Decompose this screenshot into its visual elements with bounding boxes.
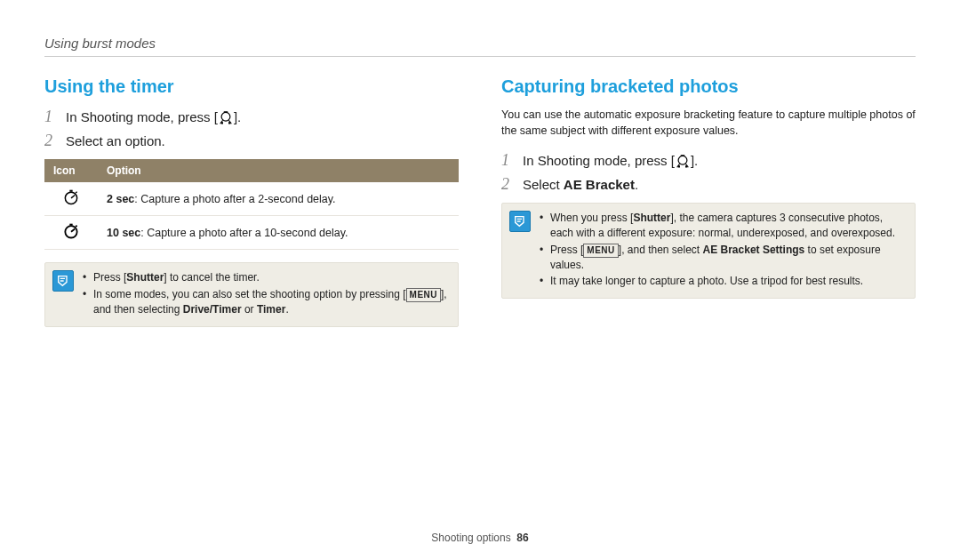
note-bullet: Press [MENU], and then select AE Bracket… [540,243,906,273]
step-text: In Shooting mode, press []. [523,153,698,169]
th-option: Option [98,159,459,182]
note-icon [52,270,74,292]
note-icon [509,211,531,232]
svg-line-11 [76,226,77,227]
th-icon: Icon [44,159,98,182]
page-footer: Shooting options 86 [0,532,960,544]
svg-rect-9 [69,224,72,226]
text-bold: AE Bracket [564,177,635,192]
svg-line-10 [71,229,75,232]
text-fragment: In Shooting mode, press [ [66,109,218,124]
option-2sec: 2 sec: Capture a photo after a 2-second … [98,182,459,216]
svg-rect-5 [69,190,72,192]
timer-10s-icon [44,216,98,250]
svg-rect-2 [221,122,223,124]
heading-using-timer: Using the timer [44,76,459,97]
svg-point-4 [65,192,76,204]
svg-point-0 [221,112,230,121]
note-content: When you press [Shutter], the camera cap… [540,211,906,291]
svg-rect-13 [681,155,685,156]
footer-section: Shooting options [431,532,510,544]
svg-line-6 [71,196,75,198]
svg-point-8 [65,226,76,237]
svg-rect-1 [224,111,228,113]
step-2: 2 Select AE Bracket. [501,175,916,194]
text-fragment: In Shooting mode, press [ [523,153,675,168]
step-text: In Shooting mode, press []. [66,109,241,125]
step-2: 2 Select an option. [44,132,459,150]
options-table: Icon Option 2 sec: Capture a photo after… [44,159,459,250]
table-header-row: Icon Option [44,159,459,182]
svg-point-12 [678,156,687,164]
note-box-timer: Press [Shutter] to cancel the timer. In … [44,262,459,327]
step-number: 1 [44,108,57,126]
note-bullet: It may take longer to capture a photo. U… [540,274,906,289]
text-fragment: ]. [234,109,241,124]
step-1: 1 In Shooting mode, press []. [501,151,916,170]
option-10sec: 10 sec: Capture a photo after a 10-secon… [98,216,459,250]
breadcrumb: Using burst modes [44,36,916,51]
page-number: 86 [516,532,528,544]
left-column: Using the timer 1 In Shooting mode, pres… [44,76,459,327]
text-fragment: ]. [691,153,698,168]
note-bullet: In some modes, you can also set the shoo… [83,287,449,317]
divider [44,56,916,57]
menu-icon: MENU [406,288,441,302]
svg-line-7 [76,192,77,193]
step-number: 2 [501,175,514,194]
timer-2s-icon [44,182,98,216]
note-content: Press [Shutter] to cancel the timer. In … [83,270,449,319]
drive-mode-icon [218,109,234,125]
table-row: 10 sec: Capture a photo after a 10-secon… [44,216,459,250]
step-number: 2 [44,132,57,150]
heading-bracketed: Capturing bracketed photos [501,76,916,97]
menu-icon: MENU [583,244,618,258]
svg-rect-14 [678,165,680,167]
intro-text: You can use the automatic exposure brack… [501,108,916,139]
svg-rect-3 [228,122,230,124]
note-bullet: Press [Shutter] to cancel the timer. [83,270,449,285]
table-row: 2 sec: Capture a photo after a 2-second … [44,182,459,216]
drive-mode-icon [675,153,691,169]
step-number: 1 [501,151,514,170]
text-fragment: . [635,177,638,192]
step-text: Select AE Bracket. [523,177,638,192]
svg-rect-15 [685,165,687,167]
step-text: Select an option. [66,133,165,148]
text-fragment: Select [523,177,564,192]
right-column: Capturing bracketed photos You can use t… [501,76,916,327]
content-columns: Using the timer 1 In Shooting mode, pres… [44,76,916,327]
note-bullet: When you press [Shutter], the camera cap… [540,211,906,241]
note-box-bracket: When you press [Shutter], the camera cap… [501,203,916,299]
step-1: 1 In Shooting mode, press []. [44,108,459,126]
